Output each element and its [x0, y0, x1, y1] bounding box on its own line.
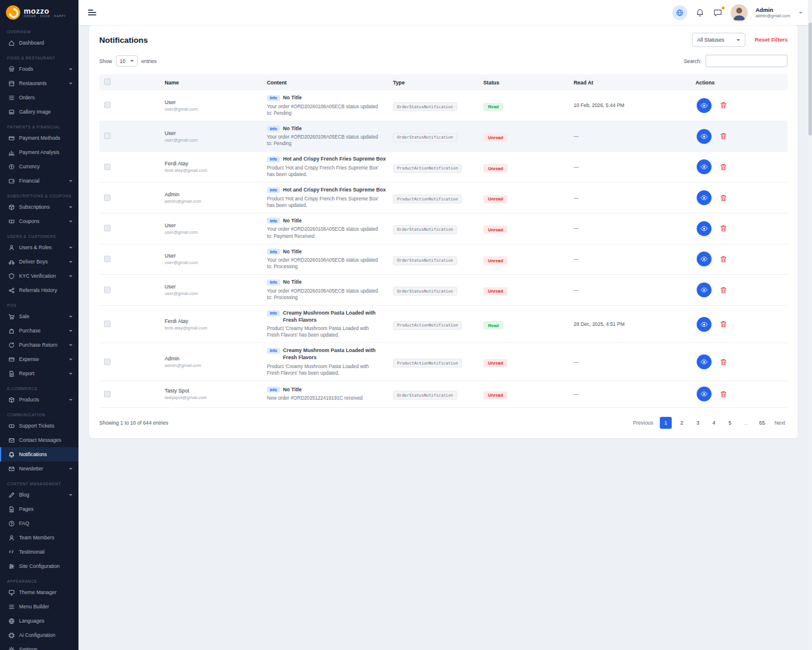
entries-per-page-select[interactable]: 10	[116, 55, 138, 67]
sidebar-item-settings[interactable]: Settings	[0, 642, 78, 650]
sidebar-item-label: Payment Methods	[19, 135, 65, 141]
language-globe-icon[interactable]	[672, 5, 687, 20]
sidebar-item-kyc-verification[interactable]: KYC Verification	[0, 269, 78, 283]
pagination-page-1[interactable]: 1	[660, 417, 672, 429]
sidebar-item-testimonial[interactable]: Testimonial	[0, 545, 78, 559]
view-button[interactable]	[697, 190, 712, 205]
view-button[interactable]	[697, 282, 712, 297]
row-checkbox[interactable]	[104, 256, 111, 262]
view-button[interactable]	[697, 252, 712, 266]
sidebar-item-restaurants[interactable]: Restaurants	[0, 76, 78, 90]
sidebar-item-notifications[interactable]: Notifications	[0, 447, 78, 461]
select-all-checkbox[interactable]	[104, 78, 111, 85]
view-button[interactable]	[697, 129, 712, 144]
sidebar-item-contact-messages[interactable]: Contact Messages	[0, 433, 78, 447]
sidebar-item-purchase[interactable]: Purchase	[0, 324, 78, 338]
sidebar: mozzo ORDER . FOOD . HAPPY OVERVIEW Dash…	[0, 0, 78, 650]
sidebar-item-support-tickets[interactable]: Support Tickets	[0, 419, 78, 433]
view-button[interactable]	[697, 317, 712, 332]
sidebar-item-currency[interactable]: Currency	[0, 159, 78, 174]
home-icon	[8, 40, 15, 46]
sidebar-item-products[interactable]: Products	[0, 392, 78, 407]
sidebar-item-gallery-image[interactable]: Gallery Image	[0, 105, 78, 119]
row-checkbox[interactable]	[104, 164, 111, 170]
chat-icon[interactable]	[713, 8, 723, 18]
sidebar-item-report[interactable]: Report	[0, 366, 78, 381]
row-checkbox[interactable]	[104, 225, 111, 231]
sidebar-item-theme-manager[interactable]: Theme Manager	[0, 585, 78, 599]
sidebar-item-coupons[interactable]: Coupons	[0, 214, 78, 228]
row-checkbox[interactable]	[104, 359, 111, 365]
view-button[interactable]	[697, 221, 712, 236]
view-button[interactable]	[697, 159, 712, 174]
info-badge: Info	[267, 218, 280, 224]
sidebar-item-menu-builder[interactable]: Menu Builder	[0, 599, 78, 614]
status-filter-select[interactable]: All Statuses	[692, 33, 745, 47]
sidebar-toggle-icon[interactable]	[88, 8, 97, 17]
delete-button[interactable]	[717, 356, 730, 369]
sidebar-item-label: Blog	[19, 492, 65, 498]
notification-message: Product 'Creamy Mushroom Pasta Loaded wi…	[267, 363, 388, 376]
sidebar-item-orders[interactable]: Orders	[0, 90, 78, 105]
delete-button[interactable]	[717, 161, 730, 174]
pagination-page-5[interactable]: 5	[724, 417, 736, 429]
pagination-previous[interactable]: Previous	[631, 420, 656, 426]
search-input[interactable]	[706, 55, 788, 67]
sidebar-item-subscriptions[interactable]: Subscriptions	[0, 200, 78, 214]
chevron-down-icon[interactable]	[799, 12, 802, 14]
avatar[interactable]	[731, 4, 748, 21]
sidebar-item-newsletter[interactable]: Newsletter	[0, 461, 78, 476]
sidebar-item-site-configuration[interactable]: Site Configuration	[0, 559, 78, 573]
pagination-page-3[interactable]: 3	[692, 417, 704, 429]
sidebar-item-expense[interactable]: Expense	[0, 352, 78, 366]
sidebar-item-blog[interactable]: Blog	[0, 488, 78, 502]
info-badge: Info	[267, 387, 280, 392]
delete-button[interactable]	[717, 253, 730, 266]
delete-button[interactable]	[717, 130, 730, 143]
sidebar-item-payment-analysis[interactable]: Payment Analysis	[0, 145, 78, 159]
sidebar-item-faq[interactable]: FAQ	[0, 516, 78, 530]
pagination-page-2[interactable]: 2	[676, 417, 688, 429]
brand-logo[interactable]: mozzo ORDER . FOOD . HAPPY	[0, 0, 78, 24]
vertical-scrollbar[interactable]	[808, 0, 812, 650]
row-checkbox[interactable]	[104, 287, 111, 293]
bell-icon[interactable]	[695, 8, 705, 18]
food-icon	[8, 66, 15, 73]
pagination-next[interactable]: Next	[772, 420, 788, 426]
pagination-page-4[interactable]: 4	[708, 417, 720, 429]
row-checkbox[interactable]	[104, 194, 111, 201]
pagination-page-65[interactable]: 65	[756, 417, 768, 429]
sidebar-item-pages[interactable]: Pages	[0, 502, 78, 516]
sidebar-item-foods[interactable]: Foods	[0, 62, 78, 76]
delete-button[interactable]	[717, 99, 730, 112]
sidebar-item-users-roles[interactable]: Users & Roles	[0, 240, 78, 255]
sidebar-item-payment-methods[interactable]: Payment Methods	[0, 131, 78, 145]
sidebar-item-financial[interactable]: Financial	[0, 174, 78, 188]
view-button[interactable]	[697, 354, 712, 369]
sidebar-item-sale[interactable]: Sale	[0, 309, 78, 324]
sidebar-item-label: Users & Roles	[19, 244, 65, 250]
row-checkbox[interactable]	[104, 102, 111, 108]
sidebar-item-deliver-boys[interactable]: Deliver Boys	[0, 255, 78, 269]
reset-filters-button[interactable]: Reset Filters	[755, 37, 788, 43]
delete-button[interactable]	[717, 284, 730, 297]
sidebar-item-purchase-return[interactable]: Purchase Return	[0, 338, 78, 352]
sliders-icon	[8, 563, 15, 570]
read-at: 10 Feb, 2026, 5:44 PM	[571, 102, 693, 108]
view-button[interactable]	[697, 387, 712, 401]
sidebar-item-languages[interactable]: Languages	[0, 614, 78, 628]
user-menu[interactable]: Admin admin@gmail.com	[756, 7, 790, 19]
scrollbar-thumb[interactable]	[808, 23, 812, 136]
sidebar-item-team-members[interactable]: Team Members	[0, 530, 78, 545]
row-checkbox[interactable]	[104, 391, 111, 397]
delete-button[interactable]	[717, 191, 730, 205]
delete-button[interactable]	[717, 318, 730, 331]
delete-button[interactable]	[717, 222, 730, 235]
row-checkbox[interactable]	[104, 133, 111, 139]
sidebar-item-ai-configuration[interactable]: Ai Configuration	[0, 628, 78, 642]
sidebar-item-dashboard[interactable]: Dashboard	[0, 36, 78, 50]
row-checkbox[interactable]	[104, 321, 111, 327]
delete-button[interactable]	[717, 388, 730, 401]
view-button[interactable]	[697, 98, 712, 113]
sidebar-item-referrals-history[interactable]: Referrals History	[0, 283, 78, 297]
